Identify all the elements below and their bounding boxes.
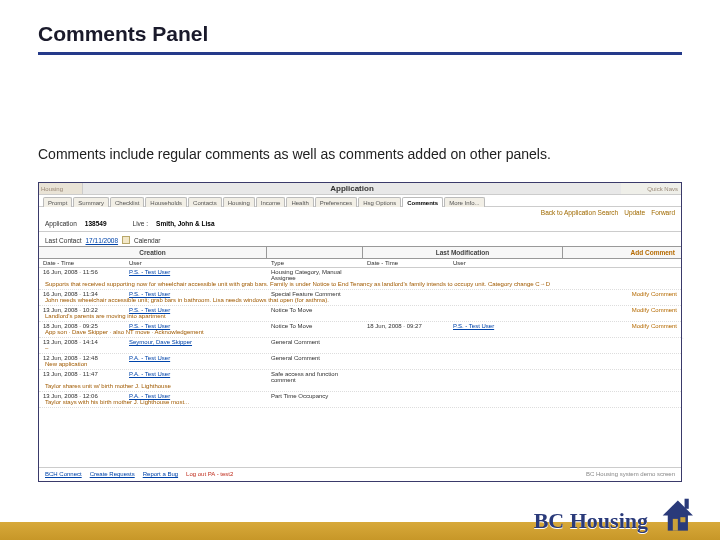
tab-comments[interactable]: Comments xyxy=(402,197,443,207)
footer-link-requests[interactable]: Create Requests xyxy=(90,471,135,477)
svg-rect-5 xyxy=(685,499,689,509)
group-creation: Creation xyxy=(135,249,169,256)
calendar-icon[interactable] xyxy=(122,236,130,244)
app-no: 138549 xyxy=(85,220,107,227)
table-row: 13 Jun, 2008 · 11:47P.A. - Test UserSafe… xyxy=(39,370,681,392)
brand-lockup: BC Housing xyxy=(534,492,698,534)
row-action xyxy=(563,355,681,361)
brand-text: BC Housing xyxy=(534,508,648,534)
row-note: Taylor stays with his birth mother J. Li… xyxy=(39,399,681,406)
last-contact-label: Last Contact xyxy=(45,237,82,244)
add-comment-link[interactable]: Add Comment xyxy=(631,249,675,256)
window-title: Application xyxy=(83,183,621,194)
row-action xyxy=(563,269,681,281)
slide-footer: BC Housing xyxy=(0,498,720,540)
row-create-user[interactable]: P.S. - Test User xyxy=(125,269,267,281)
row-mod-user[interactable] xyxy=(449,371,563,383)
row-mod-dt xyxy=(363,371,449,383)
row-note: New application xyxy=(39,361,681,368)
svg-rect-7 xyxy=(680,517,685,522)
row-mod-user[interactable]: P.S. - Test User xyxy=(449,323,563,329)
live-name: Smith, John & Lisa xyxy=(156,220,215,227)
row-note: Landlord's parents are moving into apart… xyxy=(39,313,681,320)
tab-hsg-options[interactable]: Hsg Options xyxy=(358,197,401,207)
row-note: Supports that received supporting now fo… xyxy=(39,281,681,288)
screenshot-footer: BCH Connect Create Requests Report a Bug… xyxy=(39,467,681,481)
tab-summary[interactable]: Summary xyxy=(73,197,109,207)
row-mod-dt: 18 Jun, 2008 · 09:27 xyxy=(363,323,449,329)
row-type: General Comment xyxy=(267,339,363,345)
row-create-dt: 16 Jun, 2008 · 11:56 xyxy=(39,269,125,281)
row-type: Notice To Move xyxy=(267,323,363,329)
row-action[interactable]: Modify Comment xyxy=(563,323,681,329)
tab-more-info-[interactable]: More Info... xyxy=(444,197,484,207)
tab-prompt[interactable]: Prompt xyxy=(43,197,72,207)
tab-contacts[interactable]: Contacts xyxy=(188,197,222,207)
row-mod-user[interactable] xyxy=(449,307,563,313)
tab-preferences[interactable]: Preferences xyxy=(315,197,357,207)
row-create-user[interactable]: P.A. - Test User xyxy=(125,355,267,361)
col-mod-user: User xyxy=(449,259,563,267)
row-create-dt: 13 Jun, 2008 · 14:14 xyxy=(39,339,125,345)
table-row: 13 Jun, 2008 · 14:14Seymour, Dave Skippe… xyxy=(39,338,681,354)
tab-housing[interactable]: Housing xyxy=(223,197,255,207)
footer-logout[interactable]: Log out PA - test2 xyxy=(186,471,233,477)
col-type: Type xyxy=(267,259,363,267)
row-note: – xyxy=(39,345,681,352)
app-header: Application 138549 Live : Smith, John & … xyxy=(39,218,681,229)
house-logo-icon xyxy=(656,492,698,534)
row-type: General Comment xyxy=(267,355,363,361)
row-note: John needs wheelchair accessible unit; g… xyxy=(39,297,681,304)
table-row: 16 Jun, 2008 · 11:34P.S. - Test UserSpec… xyxy=(39,290,681,306)
row-action xyxy=(563,339,681,345)
row-mod-dt xyxy=(363,355,449,361)
table-group-header: Creation Last Modification Add Comment xyxy=(39,246,681,259)
row-mod-user[interactable] xyxy=(449,393,563,399)
last-contact-row: Last Contact 17/11/2008 Calendar xyxy=(39,234,681,246)
tab-bar: PromptSummaryChecklistHouseholdsContacts… xyxy=(39,195,681,207)
sidebar-label: Housing xyxy=(39,183,83,194)
update-button[interactable]: Update xyxy=(624,209,645,216)
row-action[interactable]: Modify Comment xyxy=(563,291,681,297)
group-lastmod: Last Modification xyxy=(432,249,493,256)
tab-health[interactable]: Health xyxy=(286,197,313,207)
last-contact-date[interactable]: 17/11/2008 xyxy=(86,237,119,244)
app-screenshot: Housing Application Quick Navs PromptSum… xyxy=(38,182,682,482)
tab-income[interactable]: Income xyxy=(256,197,286,207)
window-top-strip: Housing Application Quick Navs xyxy=(39,183,681,195)
row-create-user[interactable]: Seymour, Dave Skipper xyxy=(125,339,267,345)
footer-link-bug[interactable]: Report a Bug xyxy=(143,471,178,477)
table-row: 16 Jun, 2008 · 11:56P.S. - Test UserHous… xyxy=(39,268,681,290)
table-row: 12 Jun, 2008 · 12:48P.A. - Test UserGene… xyxy=(39,354,681,370)
col-create-user: User xyxy=(125,259,267,267)
row-mod-dt xyxy=(363,393,449,399)
row-mod-user[interactable] xyxy=(449,269,563,281)
row-type: Safe access and function comment xyxy=(267,371,363,383)
row-note: App son · Dave Skipper · also NT move · … xyxy=(39,329,681,336)
row-type: Part Time Occupancy xyxy=(267,393,363,399)
row-action xyxy=(563,393,681,399)
col-create-datetime: Date - Time xyxy=(39,259,125,267)
row-create-user[interactable]: P.A. - Test User xyxy=(125,371,267,383)
table-body: 16 Jun, 2008 · 11:56P.S. - Test UserHous… xyxy=(39,268,681,408)
footer-note: BC Housing system demo screen xyxy=(586,471,675,477)
footer-link-connect[interactable]: BCH Connect xyxy=(45,471,82,477)
forward-button[interactable]: Forward xyxy=(651,209,675,216)
row-mod-dt xyxy=(363,291,449,297)
row-mod-user[interactable] xyxy=(449,355,563,361)
row-action[interactable]: Modify Comment xyxy=(563,307,681,313)
live-label: Live : xyxy=(133,220,149,227)
table-row: 13 Jun, 2008 · 10:22P.S. - Test UserNoti… xyxy=(39,306,681,322)
row-type: Notice To Move xyxy=(267,307,363,313)
slide-body: Comments include regular comments as wel… xyxy=(38,146,668,164)
row-mod-user[interactable] xyxy=(449,339,563,345)
row-create-dt: 13 Jun, 2008 · 11:47 xyxy=(39,371,125,383)
tab-checklist[interactable]: Checklist xyxy=(110,197,144,207)
row-mod-dt xyxy=(363,339,449,345)
back-button[interactable]: Back to Application Search xyxy=(541,209,618,216)
row-mod-dt xyxy=(363,307,449,313)
quick-navs[interactable]: Quick Navs xyxy=(621,183,681,194)
col-mod-datetime: Date - Time xyxy=(363,259,449,267)
row-mod-user[interactable] xyxy=(449,291,563,297)
tab-households[interactable]: Households xyxy=(145,197,187,207)
